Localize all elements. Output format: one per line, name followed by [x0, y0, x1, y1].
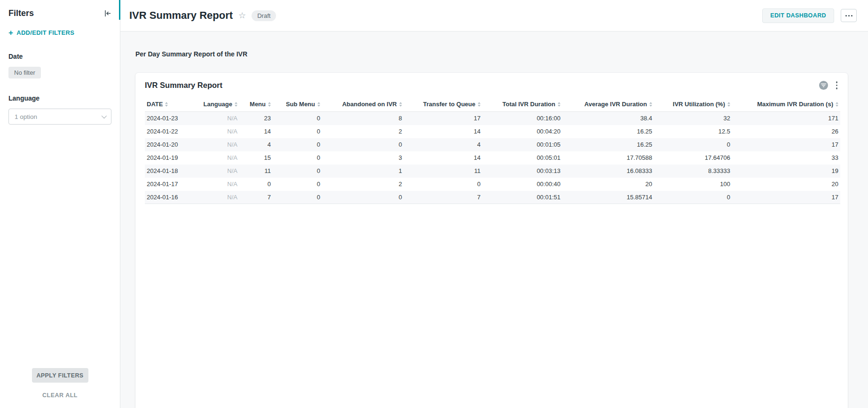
table-cell: 0 [404, 178, 482, 191]
filters-title: Filters [8, 8, 34, 18]
apply-filters-button[interactable]: APPLY FILTERS [32, 368, 88, 383]
table-cell: N/A [201, 112, 239, 125]
table-cell: 0 [273, 178, 322, 191]
table-body: 2024-01-23N/A23081700:16:0038.4321712024… [145, 112, 840, 204]
sort-icon [165, 102, 168, 107]
column-header-label: Transfer to Queue [423, 101, 475, 108]
table-cell: 2024-01-20 [145, 138, 201, 151]
table-cell: 17.70588 [562, 151, 654, 165]
report-card: IVR Summary Report [135, 73, 848, 408]
card-actions [819, 80, 840, 90]
column-header[interactable]: Sub Menu [273, 98, 322, 112]
table-cell: 2 [322, 125, 404, 138]
column-header[interactable]: Total IVR Duration [482, 98, 562, 112]
table-cell: 0 [239, 178, 273, 191]
date-filter-chip[interactable]: No filter [8, 67, 41, 78]
sort-icon [558, 102, 560, 107]
language-filter-label: Language [8, 94, 111, 102]
column-header[interactable]: Abandoned on IVR [322, 98, 404, 112]
table-cell: 14 [404, 125, 482, 138]
table-cell: 20 [732, 178, 840, 191]
sidebar-accent-bar [119, 0, 120, 20]
table-cell: 0 [273, 125, 322, 138]
clear-all-button[interactable]: CLEAR ALL [0, 392, 120, 399]
table-cell: N/A [201, 178, 239, 191]
page-title: IVR Summary Report [129, 9, 233, 22]
table-cell: N/A [201, 125, 239, 138]
title-group: IVR Summary Report ☆ Draft [129, 9, 276, 22]
table-cell: 0 [273, 138, 322, 151]
table-row: 2024-01-17N/A002000:00:402010020 [145, 178, 840, 191]
table-cell: 2024-01-16 [145, 191, 201, 204]
sort-icon [235, 102, 237, 107]
table-cell: 100 [654, 178, 732, 191]
column-header[interactable]: Transfer to Queue [404, 98, 482, 112]
table-cell: 2024-01-23 [145, 112, 201, 125]
table-cell: 3 [322, 151, 404, 165]
card-header: IVR Summary Report [145, 80, 839, 90]
kebab-menu-icon[interactable] [834, 80, 840, 90]
table-cell: 0 [654, 138, 732, 151]
table-cell: 14 [404, 151, 482, 165]
collapse-sidebar-icon[interactable] [103, 9, 111, 17]
star-icon[interactable]: ☆ [238, 11, 246, 20]
add-edit-filters-label: ADD/EDIT FILTERS [16, 29, 74, 36]
table-cell: 32 [654, 112, 732, 125]
column-header-label: Abandoned on IVR [342, 101, 397, 108]
table-cell: 1 [322, 165, 404, 178]
more-options-button[interactable] [841, 9, 857, 22]
add-edit-filters-button[interactable]: + ADD/EDIT FILTERS [8, 29, 111, 37]
column-header-label: Total IVR Duration [503, 101, 555, 108]
date-filter-section: Date No filter [8, 53, 111, 78]
sidebar-header: Filters [8, 8, 111, 18]
table-cell: N/A [201, 191, 239, 204]
table-cell: 0 [322, 191, 404, 204]
column-header-label: Average IVR Duration [584, 101, 647, 108]
table-cell: 00:04:20 [482, 125, 562, 138]
table-cell: 0 [273, 151, 322, 165]
draft-badge: Draft [252, 10, 276, 21]
table-cell: 12.5 [654, 125, 732, 138]
column-header[interactable]: Average IVR Duration [562, 98, 654, 112]
table-cell: N/A [201, 165, 239, 178]
table-row: 2024-01-19N/A15031400:05:0117.7058817.64… [145, 151, 840, 165]
column-header[interactable]: DATE [145, 98, 201, 112]
table-cell: 00:05:01 [482, 151, 562, 165]
column-header[interactable]: Language [201, 98, 239, 112]
column-header-label: Menu [250, 101, 266, 108]
sort-icon [317, 102, 320, 107]
table-cell: 0 [654, 191, 732, 204]
column-header[interactable]: Menu [239, 98, 273, 112]
language-select-value: 1 option [15, 113, 37, 120]
table-cell: 15.85714 [562, 191, 654, 204]
sort-icon [268, 102, 271, 107]
language-filter-section: Language 1 option [8, 94, 111, 125]
sort-icon [399, 102, 402, 107]
table-cell: 16.08333 [562, 165, 654, 178]
table-cell: N/A [201, 151, 239, 165]
table-cell: 17 [732, 191, 840, 204]
edit-dashboard-button[interactable]: EDIT DASHBOARD [762, 8, 834, 23]
date-filter-label: Date [8, 53, 111, 60]
filter-icon[interactable] [819, 80, 829, 90]
table-cell: 0 [273, 165, 322, 178]
column-header-label: Sub Menu [286, 101, 315, 108]
table-cell: 17 [404, 112, 482, 125]
table-row: 2024-01-22N/A14021400:04:2016.2512.526 [145, 125, 840, 138]
table-cell: 11 [404, 165, 482, 178]
column-header[interactable]: IVR Utilization (%) [654, 98, 732, 112]
table-cell: 8.33333 [654, 165, 732, 178]
app: Filters + ADD/EDIT FILTERS Date No filte… [0, 0, 868, 408]
table-cell: 19 [732, 165, 840, 178]
table-cell: 171 [732, 112, 840, 125]
table-row: 2024-01-18N/A11011100:03:1316.083338.333… [145, 165, 840, 178]
language-select[interactable]: 1 option [8, 109, 111, 125]
column-header-label: Maximum IVR Duration (s) [757, 101, 833, 108]
sidebar-footer: APPLY FILTERS CLEAR ALL [0, 368, 120, 408]
sort-icon [649, 102, 652, 107]
dashboard-subtitle: Per Day Summary Report of the IVR [135, 50, 848, 58]
column-header[interactable]: Maximum IVR Duration (s) [732, 98, 840, 112]
ellipsis-icon [845, 15, 847, 16]
table-cell: 0 [322, 138, 404, 151]
table-cell: 16.25 [562, 138, 654, 151]
